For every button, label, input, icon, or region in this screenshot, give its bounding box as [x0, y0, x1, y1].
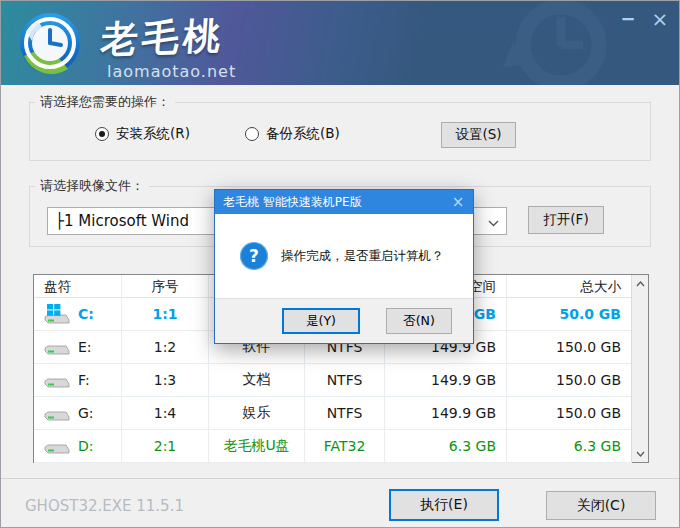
table-scrollbar[interactable]: [631, 275, 648, 462]
drive-letter: F:: [78, 372, 90, 388]
ghost-version-text: GHOST32.EXE 11.5.1: [25, 497, 184, 515]
drive-total: 50.0 GB: [507, 298, 632, 331]
brand-site: laomaotao.net: [101, 62, 236, 81]
radio-install-system[interactable]: 安装系统(R): [95, 125, 190, 143]
drive-index: 1:2: [122, 331, 209, 364]
drive-index: 1:4: [122, 397, 209, 430]
drive-total: 150.0 GB: [507, 397, 632, 430]
image-file-groupbox-label: 请选择映像文件：: [35, 177, 149, 195]
usb-drive-icon: [44, 435, 70, 457]
chevron-down-icon[interactable]: [480, 212, 506, 231]
dialog-message: 操作完成，是否重启计算机？: [281, 248, 444, 265]
drive-label: 老毛桃U盘: [209, 430, 305, 463]
radio-install-label: 安装系统(R): [116, 125, 190, 143]
dialog-button-bar: 是(Y) 否(N): [215, 298, 473, 343]
laomaotao-logo-icon: [18, 11, 82, 75]
close-button[interactable]: ×: [649, 9, 671, 29]
dialog-title: 老毛桃 智能快速装机PE版: [223, 194, 443, 211]
drive-letter: D:: [78, 438, 94, 454]
drive-letter: C:: [78, 306, 94, 322]
restart-confirm-dialog: 老毛桃 智能快速装机PE版 × ? 操作完成，是否重启计算机？ 是(Y) 否(N…: [214, 189, 474, 344]
drive-index: 1:3: [122, 364, 209, 397]
brand-name: 老毛桃: [99, 11, 238, 66]
drive-free: 6.3 GB: [385, 430, 507, 463]
dialog-body: ? 操作完成，是否重启计算机？: [215, 214, 473, 298]
footer-divider: [1, 478, 680, 479]
hard-drive-icon: [44, 369, 70, 391]
scroll-down-icon[interactable]: [632, 445, 649, 462]
table-row-f[interactable]: F: 1:3 文档 NTFS 149.9 GB 150.0 GB: [34, 364, 648, 397]
drive-free: 149.9 GB: [385, 364, 507, 397]
settings-button[interactable]: 设置(S): [441, 122, 516, 148]
app-window: 老毛桃 laomaotao.net − × 请选择您需要的操作： 安装系统(R)…: [0, 0, 680, 528]
brand-block: 老毛桃 laomaotao.net: [101, 13, 236, 81]
minimize-button[interactable]: −: [617, 9, 639, 29]
windows-drive-icon: [44, 303, 70, 325]
drive-index: 1:1: [122, 298, 209, 331]
drive-free: 149.9 GB: [385, 397, 507, 430]
drive-fs: FAT32: [305, 430, 385, 463]
drive-total: 6.3 GB: [507, 430, 632, 463]
no-button[interactable]: 否(N): [386, 308, 452, 334]
drive-total: 150.0 GB: [507, 331, 632, 364]
col-drive[interactable]: 盘符: [34, 275, 122, 298]
col-index[interactable]: 序号: [122, 275, 209, 298]
close-window-button[interactable]: 关闭(C): [546, 491, 656, 520]
drive-total: 150.0 GB: [507, 364, 632, 397]
drive-label: 文档: [209, 364, 305, 397]
drive-index: 2:1: [122, 430, 209, 463]
svg-text:?: ?: [249, 246, 259, 266]
radio-selected-icon[interactable]: [95, 127, 109, 141]
header-watermark-clock-icon: [483, 1, 623, 85]
drive-fs: NTFS: [305, 364, 385, 397]
scroll-up-icon[interactable]: [632, 275, 649, 292]
table-row-d[interactable]: D: 2:1 老毛桃U盘 FAT32 6.3 GB 6.3 GB: [34, 430, 648, 463]
radio-backup-label: 备份系统(B): [266, 125, 340, 143]
hard-drive-icon: [44, 336, 70, 358]
execute-button[interactable]: 执行(E): [389, 489, 499, 521]
title-bar: 老毛桃 laomaotao.net − ×: [1, 1, 680, 85]
drive-label: 娱乐: [209, 397, 305, 430]
table-row-g[interactable]: G: 1:4 娱乐 NTFS 149.9 GB 150.0 GB: [34, 397, 648, 430]
yes-button[interactable]: 是(Y): [282, 308, 360, 334]
col-total-size[interactable]: 总大小: [507, 275, 632, 298]
operation-groupbox-label: 请选择您需要的操作：: [35, 93, 175, 111]
drive-letter: E:: [78, 339, 92, 355]
radio-backup-system[interactable]: 备份系统(B): [245, 125, 340, 143]
hard-drive-icon: [44, 402, 70, 424]
drive-fs: NTFS: [305, 397, 385, 430]
radio-unselected-icon[interactable]: [245, 127, 259, 141]
drive-letter: G:: [78, 405, 94, 421]
dialog-title-bar: 老毛桃 智能快速装机PE版 ×: [215, 190, 473, 214]
question-mark-icon: ?: [239, 241, 269, 271]
open-file-button[interactable]: 打开(F): [528, 206, 604, 234]
dialog-close-icon[interactable]: ×: [443, 193, 473, 211]
